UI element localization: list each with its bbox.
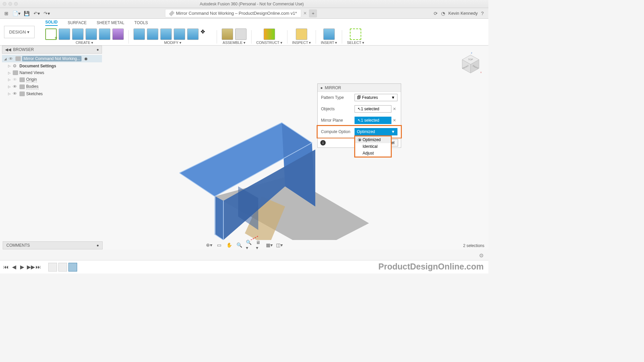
activate-radio-icon[interactable]: ◉ (84, 56, 88, 61)
new-tab-button[interactable]: ＋ (309, 9, 317, 17)
zoom-menu-icon[interactable]: 🔍▾ (246, 242, 253, 248)
hole-icon[interactable] (99, 28, 110, 40)
combine-icon[interactable] (174, 28, 185, 40)
expand-arrow-icon[interactable]: ▷ (7, 78, 11, 81)
visibility-icon[interactable]: 👁 (13, 84, 18, 89)
timeline-back-icon[interactable]: ◀ (11, 264, 17, 270)
tab-solid[interactable]: SOLID (45, 20, 58, 26)
undo-icon[interactable]: ↶▾ (32, 9, 41, 17)
mirror-dialog-header[interactable]: ● MIRROR (318, 84, 401, 92)
mirror-plane-selection[interactable]: ↖ 1 selected (355, 117, 391, 124)
revolve-icon[interactable] (86, 28, 97, 40)
construct-label[interactable]: CONSTRUCT ▾ (256, 41, 282, 45)
press-pull-icon[interactable] (133, 28, 145, 40)
draft-icon[interactable] (187, 28, 199, 40)
select-label[interactable]: SELECT ▾ (347, 41, 364, 45)
viewport-layout-icon[interactable]: ◫▾ (276, 242, 283, 248)
insert-label[interactable]: INSERT ▾ (321, 41, 337, 45)
assemble-label[interactable]: ASSEMBLE ▾ (223, 41, 246, 45)
workspace-switcher[interactable]: DESIGN ▾ (0, 19, 39, 45)
timeline-feature-mirror[interactable] (68, 263, 77, 272)
orbit-icon[interactable]: ⊕▾ (206, 242, 212, 248)
timeline-feature-extrude[interactable] (58, 263, 67, 272)
expand-arrow-icon[interactable]: ▷ (7, 92, 11, 96)
fullscreen-window-icon[interactable] (14, 2, 18, 6)
comments-panel-header[interactable]: COMMENTS ● (3, 241, 103, 249)
info-icon[interactable]: i (320, 140, 326, 145)
inspect-label[interactable]: INSPECT ▾ (292, 41, 311, 45)
extrude-icon[interactable] (72, 28, 84, 40)
settings-gear-icon[interactable]: ⚙ (479, 252, 484, 259)
expand-arrow-icon[interactable]: ▷ (7, 71, 11, 75)
visibility-icon[interactable]: 👁 (9, 56, 14, 61)
clear-plane-icon[interactable]: ✕ (391, 118, 397, 123)
tab-surface[interactable]: SURFACE (68, 20, 87, 25)
pan-icon[interactable]: ✋ (226, 242, 232, 248)
insert-derive-icon[interactable] (323, 28, 335, 40)
expand-arrow-icon[interactable]: ▷ (7, 85, 11, 88)
redo-icon[interactable]: ↷▾ (42, 9, 51, 17)
new-sketch-icon[interactable] (45, 28, 57, 40)
collapse-browser-icon[interactable]: ◀◀ (5, 47, 11, 52)
tree-item-sketches[interactable]: ▷ 👁 Sketches (2, 90, 102, 97)
traffic-lights[interactable] (3, 2, 18, 6)
viewcube[interactable]: TOP FRONT RIGHT z x (460, 53, 482, 75)
option-adjust[interactable]: Adjust (355, 150, 391, 157)
visibility-icon[interactable]: 👁 (13, 91, 18, 96)
collapse-dialog-icon[interactable]: ● (320, 85, 323, 90)
select-window-icon[interactable] (350, 28, 361, 40)
model-front-slab[interactable] (215, 196, 223, 240)
clear-objects-icon[interactable]: ✕ (391, 107, 397, 111)
timeline-play-icon[interactable]: ▶ (19, 264, 25, 270)
user-name-label[interactable]: Kevin Kennedy (448, 11, 478, 16)
measure-icon[interactable] (296, 28, 307, 40)
timeline-forward-icon[interactable]: ▶▶ (27, 264, 34, 270)
grid-settings-icon[interactable]: ▦▾ (266, 242, 273, 248)
save-icon[interactable]: 💾 (22, 9, 31, 17)
extensions-icon[interactable]: ⟳ (434, 11, 438, 16)
help-icon[interactable]: ? (481, 11, 484, 16)
display-settings-icon[interactable]: 🖥▾ (256, 242, 263, 248)
modify-label[interactable]: MODIFY ▾ (164, 41, 181, 45)
minimize-window-icon[interactable] (8, 2, 12, 6)
new-component-icon[interactable] (222, 28, 233, 40)
close-tab-icon[interactable]: ✕ (303, 11, 307, 16)
job-status-icon[interactable]: ◔ (441, 11, 445, 16)
fillet-icon[interactable] (147, 28, 158, 40)
option-optimized[interactable]: Optimized (355, 136, 391, 143)
timeline-start-icon[interactable]: ⏮ (3, 264, 9, 270)
tree-item-bodies[interactable]: ▷ 👁 Bodies (2, 83, 102, 90)
file-menu-icon[interactable]: 📄▾ (12, 9, 21, 17)
pattern-type-dropdown[interactable]: 🗐 Features ▼ (355, 94, 397, 101)
browser-options-icon[interactable]: ● (97, 47, 99, 52)
joint-icon[interactable] (235, 28, 247, 40)
tree-item-named-views[interactable]: ▷ Named Views (2, 69, 102, 76)
tree-root[interactable]: ◢ 👁 Mirror Command Not Working... ◉ (2, 55, 102, 62)
comments-options-icon[interactable]: ● (97, 243, 99, 248)
move-icon[interactable]: ✥ (201, 28, 212, 40)
timeline-end-icon[interactable]: ⏭ (35, 264, 42, 270)
tree-item-document-settings[interactable]: ▷ ⚙ Document Settings (2, 62, 102, 69)
tab-tools[interactable]: TOOLS (135, 20, 148, 25)
construction-plane-icon[interactable] (264, 28, 275, 40)
option-identical[interactable]: Identical (355, 143, 391, 150)
viewport[interactable]: ◀◀ BROWSER ● ◢ 👁 Mirror Command Not Work… (0, 46, 488, 249)
create-label[interactable]: CREATE ▾ (76, 41, 94, 45)
tab-sheet-metal[interactable]: SHEET METAL (97, 20, 124, 25)
app-grid-icon[interactable]: ⊞ (2, 9, 11, 17)
objects-selection[interactable]: ↖ 1 selected (355, 105, 391, 113)
look-at-icon[interactable]: ▭ (216, 242, 222, 248)
visibility-off-icon[interactable]: 👁 (13, 77, 18, 82)
zoom-icon[interactable]: 🔍 (236, 242, 243, 248)
browser-header[interactable]: ◀◀ BROWSER ● (2, 46, 102, 54)
box-icon[interactable] (59, 28, 70, 40)
form-icon[interactable] (112, 28, 124, 40)
expand-arrow-icon[interactable]: ▷ (7, 64, 11, 68)
timeline-feature-sketch[interactable] (48, 263, 57, 272)
document-tab[interactable]: Mirror Command Not Working – ProductDesi… (165, 9, 301, 17)
gear-icon[interactable]: ⚙ (13, 63, 18, 68)
tree-item-origin[interactable]: ▷ 👁 Origin (2, 76, 102, 83)
compute-option-dropdown[interactable]: Optimized ▼ (355, 128, 397, 135)
close-window-icon[interactable] (3, 2, 6, 6)
shell-icon[interactable] (160, 28, 172, 40)
